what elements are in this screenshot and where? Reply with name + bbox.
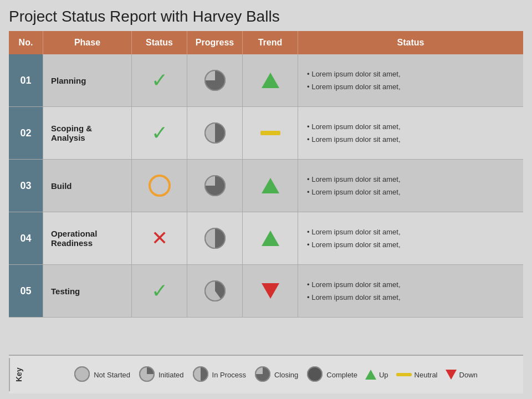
status-text: • Lorem ipsum dolor sit amet, bbox=[307, 187, 401, 198]
legend-harvey-icon bbox=[306, 365, 324, 385]
row-status-detail: • Lorem ipsum dolor sit amet,• Lorem ips… bbox=[298, 54, 523, 106]
check-icon: ✓ bbox=[151, 123, 168, 143]
legend-label: Neutral bbox=[415, 371, 438, 379]
legend-label: Complete bbox=[326, 371, 357, 379]
row-progress bbox=[187, 160, 243, 212]
status-text: • Lorem ipsum dolor sit amet, bbox=[307, 227, 401, 238]
row-no: 02 bbox=[9, 107, 43, 159]
row-phase: Operational Readiness bbox=[43, 212, 132, 264]
legend-item: In Process bbox=[192, 365, 246, 385]
legend-neutral-icon bbox=[396, 373, 412, 376]
circle-orange-icon bbox=[149, 175, 171, 197]
row-phase: Planning bbox=[43, 54, 132, 106]
status-text: • Lorem ipsum dolor sit amet, bbox=[307, 239, 401, 250]
legend-label: In Process bbox=[212, 371, 246, 379]
status-text: • Lorem ipsum dolor sit amet, bbox=[307, 81, 401, 93]
row-status-detail: • Lorem ipsum dolor sit amet,• Lorem ips… bbox=[298, 265, 523, 317]
legend-key-label: Key bbox=[9, 358, 28, 391]
row-no: 04 bbox=[9, 212, 43, 264]
table-body: 01 Planning ✓ • Lorem ipsum dolor sit am… bbox=[9, 54, 523, 355]
status-text: • Lorem ipsum dolor sit amet, bbox=[307, 292, 401, 303]
legend-harvey-icon bbox=[73, 365, 91, 385]
row-status-detail: • Lorem ipsum dolor sit amet,• Lorem ips… bbox=[298, 107, 523, 159]
header-status2: Status bbox=[298, 31, 523, 54]
legend-item: Closing bbox=[254, 365, 298, 385]
cross-icon: ✕ bbox=[151, 228, 168, 248]
row-progress bbox=[187, 212, 243, 264]
row-status: ✓ bbox=[132, 265, 187, 317]
table-row: 03 Build • Lorem ipsum dolor sit amet,• … bbox=[9, 160, 523, 212]
arrow-up-icon bbox=[262, 178, 279, 193]
status-text: • Lorem ipsum dolor sit amet, bbox=[307, 69, 401, 80]
row-no: 01 bbox=[9, 54, 43, 106]
row-phase: Build bbox=[43, 160, 132, 212]
arrow-up-icon bbox=[262, 73, 279, 88]
row-progress bbox=[187, 107, 243, 159]
status-text: • Lorem ipsum dolor sit amet, bbox=[307, 121, 401, 132]
table-row: 01 Planning ✓ • Lorem ipsum dolor sit am… bbox=[9, 54, 523, 107]
row-no: 05 bbox=[9, 265, 43, 317]
legend-items: Not Started Initiated In Process Closing… bbox=[33, 365, 518, 385]
header-no: No. bbox=[9, 31, 43, 54]
row-no: 03 bbox=[9, 160, 43, 212]
legend-label: Closing bbox=[274, 371, 298, 379]
legend-harvey-icon bbox=[138, 365, 156, 385]
legend-item: Initiated bbox=[138, 365, 184, 385]
page-wrapper: Project Status Report with Harvey Balls … bbox=[0, 0, 532, 399]
legend-label: Initiated bbox=[158, 371, 184, 379]
arrow-down-icon bbox=[262, 283, 279, 299]
legend-label: Not Started bbox=[94, 371, 130, 379]
legend-bar: Key Not Started Initiated In Process Clo… bbox=[9, 355, 523, 393]
row-phase: Testing bbox=[43, 265, 132, 317]
row-status: ✓ bbox=[132, 54, 187, 106]
row-progress bbox=[187, 265, 243, 317]
legend-arrow-up-icon bbox=[365, 370, 376, 380]
header-progress: Progress bbox=[187, 31, 243, 54]
row-status-detail: • Lorem ipsum dolor sit amet,• Lorem ips… bbox=[298, 212, 523, 264]
legend-item: Complete bbox=[306, 365, 357, 385]
row-trend bbox=[243, 107, 298, 159]
row-progress bbox=[187, 54, 243, 106]
row-status bbox=[132, 160, 187, 212]
row-status-detail: • Lorem ipsum dolor sit amet,• Lorem ips… bbox=[298, 160, 523, 212]
neutral-icon bbox=[260, 131, 280, 135]
header-phase: Phase bbox=[43, 31, 132, 54]
row-trend bbox=[243, 54, 298, 106]
legend-item: Down bbox=[446, 370, 478, 380]
header-status: Status bbox=[132, 31, 187, 54]
legend-item: Not Started bbox=[73, 365, 130, 385]
row-trend bbox=[243, 265, 298, 317]
table-header: No. Phase Status Progress Trend Status bbox=[9, 31, 523, 54]
legend-arrow-down-icon bbox=[446, 370, 457, 380]
legend-harvey-icon bbox=[254, 365, 272, 385]
row-status: ✓ bbox=[132, 107, 187, 159]
table-row: 02 Scoping & Analysis ✓ • Lorem ipsum do… bbox=[9, 107, 523, 160]
table-wrapper: No. Phase Status Progress Trend Status 0… bbox=[9, 31, 523, 355]
status-text: • Lorem ipsum dolor sit amet, bbox=[307, 134, 401, 145]
legend-label: Up bbox=[379, 371, 388, 379]
legend-harvey-icon bbox=[192, 365, 209, 385]
row-trend bbox=[243, 160, 298, 212]
legend-label: Down bbox=[459, 371, 478, 379]
check-icon: ✓ bbox=[151, 281, 168, 301]
status-text: • Lorem ipsum dolor sit amet, bbox=[307, 279, 401, 290]
table-row: 04 Operational Readiness ✕ • Lorem ipsum… bbox=[9, 212, 523, 265]
row-phase: Scoping & Analysis bbox=[43, 107, 132, 159]
row-status: ✕ bbox=[132, 212, 187, 264]
status-text: • Lorem ipsum dolor sit amet, bbox=[307, 174, 401, 185]
arrow-up-icon bbox=[262, 231, 279, 246]
page-title: Project Status Report with Harvey Balls bbox=[9, 8, 523, 25]
header-trend: Trend bbox=[243, 31, 298, 54]
check-icon: ✓ bbox=[151, 70, 168, 90]
row-trend bbox=[243, 212, 298, 264]
legend-item: Neutral bbox=[396, 371, 438, 379]
legend-item: Up bbox=[365, 370, 388, 380]
table-row: 05 Testing ✓ • Lorem ipsum dolor sit ame… bbox=[9, 265, 523, 318]
